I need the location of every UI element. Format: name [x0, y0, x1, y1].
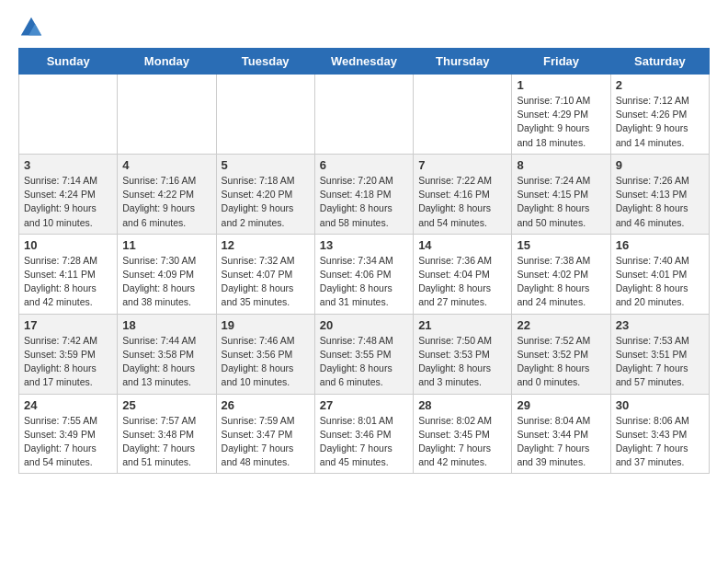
- day-info: Sunrise: 7:46 AM Sunset: 3:56 PM Dayligh…: [222, 334, 310, 390]
- day-info: Sunrise: 7:32 AM Sunset: 4:07 PM Dayligh…: [222, 254, 310, 310]
- page-header: [18, 15, 710, 40]
- day-number: 29: [517, 398, 605, 412]
- calendar-cell: 20Sunrise: 7:48 AM Sunset: 3:55 PM Dayli…: [314, 314, 413, 394]
- day-number: 26: [222, 398, 310, 412]
- calendar-cell: 21Sunrise: 7:50 AM Sunset: 3:53 PM Dayli…: [414, 314, 512, 394]
- calendar-cell: 17Sunrise: 7:42 AM Sunset: 3:59 PM Dayli…: [19, 314, 118, 394]
- day-info: Sunrise: 7:40 AM Sunset: 4:01 PM Dayligh…: [616, 254, 704, 310]
- day-number: 5: [222, 158, 310, 172]
- calendar-cell: 30Sunrise: 8:06 AM Sunset: 3:43 PM Dayli…: [610, 394, 709, 474]
- day-number: 22: [517, 318, 605, 332]
- day-number: 2: [616, 78, 704, 92]
- logo-icon: [18, 15, 44, 40]
- weekday-header: Tuesday: [216, 49, 314, 75]
- day-number: 23: [616, 318, 704, 332]
- day-info: Sunrise: 7:16 AM Sunset: 4:22 PM Dayligh…: [122, 174, 210, 230]
- day-number: 20: [320, 318, 408, 332]
- day-info: Sunrise: 7:20 AM Sunset: 4:18 PM Dayligh…: [320, 174, 408, 230]
- calendar-cell: 19Sunrise: 7:46 AM Sunset: 3:56 PM Dayli…: [216, 314, 314, 394]
- day-info: Sunrise: 7:57 AM Sunset: 3:48 PM Dayligh…: [122, 414, 210, 470]
- day-info: Sunrise: 8:04 AM Sunset: 3:44 PM Dayligh…: [517, 414, 605, 470]
- logo: [18, 15, 48, 40]
- day-info: Sunrise: 8:01 AM Sunset: 3:46 PM Dayligh…: [320, 414, 408, 470]
- calendar-cell: [414, 75, 512, 155]
- day-number: 8: [517, 158, 605, 172]
- day-number: 9: [616, 158, 704, 172]
- day-info: Sunrise: 7:28 AM Sunset: 4:11 PM Dayligh…: [24, 254, 112, 310]
- calendar-cell: 4Sunrise: 7:16 AM Sunset: 4:22 PM Daylig…: [118, 154, 216, 234]
- calendar-cell: 24Sunrise: 7:55 AM Sunset: 3:49 PM Dayli…: [19, 394, 118, 474]
- calendar-cell: 26Sunrise: 7:59 AM Sunset: 3:47 PM Dayli…: [216, 394, 314, 474]
- calendar-week-row: 1Sunrise: 7:10 AM Sunset: 4:29 PM Daylig…: [19, 75, 710, 155]
- day-info: Sunrise: 7:44 AM Sunset: 3:58 PM Dayligh…: [122, 334, 210, 390]
- calendar-cell: 27Sunrise: 8:01 AM Sunset: 3:46 PM Dayli…: [314, 394, 413, 474]
- calendar-cell: 22Sunrise: 7:52 AM Sunset: 3:52 PM Dayli…: [512, 314, 610, 394]
- weekday-header: Wednesday: [314, 49, 413, 75]
- calendar-week-row: 3Sunrise: 7:14 AM Sunset: 4:24 PM Daylig…: [19, 154, 710, 234]
- day-info: Sunrise: 7:55 AM Sunset: 3:49 PM Dayligh…: [24, 414, 112, 470]
- day-number: 1: [517, 78, 605, 92]
- calendar-week-row: 10Sunrise: 7:28 AM Sunset: 4:11 PM Dayli…: [19, 234, 710, 314]
- calendar-cell: 18Sunrise: 7:44 AM Sunset: 3:58 PM Dayli…: [118, 314, 216, 394]
- day-info: Sunrise: 8:06 AM Sunset: 3:43 PM Dayligh…: [616, 414, 704, 470]
- calendar-cell: 8Sunrise: 7:24 AM Sunset: 4:15 PM Daylig…: [512, 154, 610, 234]
- calendar-cell: 14Sunrise: 7:36 AM Sunset: 4:04 PM Dayli…: [414, 234, 512, 314]
- calendar-cell: [216, 75, 314, 155]
- calendar-cell: 9Sunrise: 7:26 AM Sunset: 4:13 PM Daylig…: [610, 154, 709, 234]
- weekday-header: Saturday: [610, 49, 709, 75]
- day-number: 25: [122, 398, 210, 412]
- weekday-header: Friday: [512, 49, 610, 75]
- day-info: Sunrise: 7:12 AM Sunset: 4:26 PM Dayligh…: [616, 94, 704, 150]
- calendar-cell: 16Sunrise: 7:40 AM Sunset: 4:01 PM Dayli…: [610, 234, 709, 314]
- calendar-table: SundayMondayTuesdayWednesdayThursdayFrid…: [18, 48, 710, 474]
- day-info: Sunrise: 7:52 AM Sunset: 3:52 PM Dayligh…: [517, 334, 605, 390]
- day-number: 16: [616, 238, 704, 252]
- calendar-cell: 7Sunrise: 7:22 AM Sunset: 4:16 PM Daylig…: [414, 154, 512, 234]
- day-number: 21: [418, 318, 506, 332]
- calendar-cell: [314, 75, 413, 155]
- calendar-cell: 28Sunrise: 8:02 AM Sunset: 3:45 PM Dayli…: [414, 394, 512, 474]
- day-info: Sunrise: 7:10 AM Sunset: 4:29 PM Dayligh…: [517, 94, 605, 150]
- weekday-header: Monday: [118, 49, 216, 75]
- day-info: Sunrise: 7:53 AM Sunset: 3:51 PM Dayligh…: [616, 334, 704, 390]
- day-number: 14: [418, 238, 506, 252]
- calendar-header-row: SundayMondayTuesdayWednesdayThursdayFrid…: [19, 49, 710, 75]
- calendar-cell: 13Sunrise: 7:34 AM Sunset: 4:06 PM Dayli…: [314, 234, 413, 314]
- calendar-week-row: 17Sunrise: 7:42 AM Sunset: 3:59 PM Dayli…: [19, 314, 710, 394]
- weekday-header: Sunday: [19, 49, 118, 75]
- day-number: 10: [24, 238, 112, 252]
- calendar-cell: 10Sunrise: 7:28 AM Sunset: 4:11 PM Dayli…: [19, 234, 118, 314]
- calendar-cell: 23Sunrise: 7:53 AM Sunset: 3:51 PM Dayli…: [610, 314, 709, 394]
- day-info: Sunrise: 7:24 AM Sunset: 4:15 PM Dayligh…: [517, 174, 605, 230]
- calendar-cell: 3Sunrise: 7:14 AM Sunset: 4:24 PM Daylig…: [19, 154, 118, 234]
- day-number: 28: [418, 398, 506, 412]
- day-number: 27: [320, 398, 408, 412]
- calendar-cell: 11Sunrise: 7:30 AM Sunset: 4:09 PM Dayli…: [118, 234, 216, 314]
- day-number: 7: [418, 158, 506, 172]
- day-number: 19: [222, 318, 310, 332]
- day-info: Sunrise: 8:02 AM Sunset: 3:45 PM Dayligh…: [418, 414, 506, 470]
- day-info: Sunrise: 7:22 AM Sunset: 4:16 PM Dayligh…: [418, 174, 506, 230]
- day-info: Sunrise: 7:14 AM Sunset: 4:24 PM Dayligh…: [24, 174, 112, 230]
- day-number: 6: [320, 158, 408, 172]
- day-info: Sunrise: 7:30 AM Sunset: 4:09 PM Dayligh…: [122, 254, 210, 310]
- day-number: 24: [24, 398, 112, 412]
- day-number: 12: [222, 238, 310, 252]
- day-number: 4: [122, 158, 210, 172]
- weekday-header: Thursday: [414, 49, 512, 75]
- day-info: Sunrise: 7:42 AM Sunset: 3:59 PM Dayligh…: [24, 334, 112, 390]
- day-number: 11: [122, 238, 210, 252]
- day-number: 30: [616, 398, 704, 412]
- day-info: Sunrise: 7:48 AM Sunset: 3:55 PM Dayligh…: [320, 334, 408, 390]
- day-info: Sunrise: 7:34 AM Sunset: 4:06 PM Dayligh…: [320, 254, 408, 310]
- calendar-cell: 1Sunrise: 7:10 AM Sunset: 4:29 PM Daylig…: [512, 75, 610, 155]
- day-number: 18: [122, 318, 210, 332]
- day-number: 17: [24, 318, 112, 332]
- day-info: Sunrise: 7:38 AM Sunset: 4:02 PM Dayligh…: [517, 254, 605, 310]
- day-number: 15: [517, 238, 605, 252]
- day-number: 3: [24, 158, 112, 172]
- calendar-cell: 25Sunrise: 7:57 AM Sunset: 3:48 PM Dayli…: [118, 394, 216, 474]
- calendar-cell: 2Sunrise: 7:12 AM Sunset: 4:26 PM Daylig…: [610, 75, 709, 155]
- calendar-cell: 6Sunrise: 7:20 AM Sunset: 4:18 PM Daylig…: [314, 154, 413, 234]
- day-info: Sunrise: 7:50 AM Sunset: 3:53 PM Dayligh…: [418, 334, 506, 390]
